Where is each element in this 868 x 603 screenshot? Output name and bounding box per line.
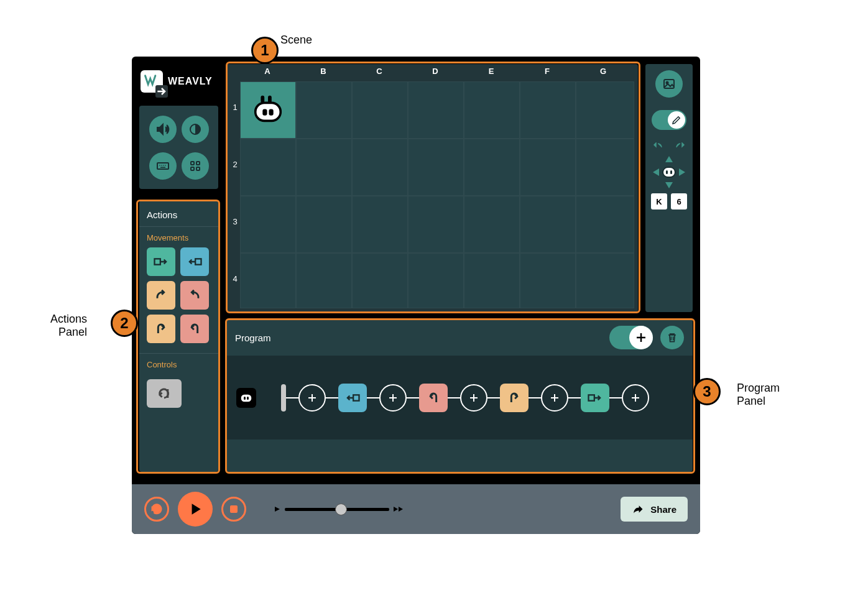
slow-icon bbox=[274, 505, 281, 513]
grid-cell[interactable] bbox=[408, 139, 464, 196]
background-button[interactable] bbox=[655, 70, 683, 98]
svg-rect-28 bbox=[230, 505, 238, 513]
coord-row-input[interactable]: 6 bbox=[671, 193, 687, 209]
grid-cell[interactable] bbox=[240, 196, 296, 253]
slider-thumb[interactable] bbox=[335, 504, 347, 515]
movements-grid bbox=[139, 247, 218, 349]
contrast-button[interactable] bbox=[182, 116, 209, 143]
svg-rect-13 bbox=[256, 103, 281, 121]
grid-cell[interactable] bbox=[520, 253, 576, 308]
col-C: C bbox=[352, 67, 407, 76]
add-mode-toggle[interactable] bbox=[609, 326, 653, 349]
grid-cell[interactable] bbox=[464, 139, 520, 196]
grid-cell[interactable] bbox=[464, 81, 520, 139]
grid-cell[interactable] bbox=[464, 253, 520, 308]
callout-3-text: 3 bbox=[703, 383, 711, 400]
speed-slider[interactable] bbox=[274, 505, 404, 513]
insert-slot[interactable] bbox=[541, 384, 568, 412]
grid-button[interactable] bbox=[182, 152, 209, 180]
col-F: F bbox=[520, 67, 575, 76]
step-backward[interactable] bbox=[338, 384, 367, 412]
svg-point-2 bbox=[159, 165, 160, 166]
redo-icon[interactable] bbox=[675, 142, 686, 151]
grid-cell[interactable] bbox=[240, 139, 296, 196]
grid-cell[interactable] bbox=[352, 196, 408, 253]
stop-button[interactable] bbox=[221, 497, 246, 522]
grid-cell[interactable] bbox=[576, 253, 634, 308]
grid-cell[interactable] bbox=[240, 253, 296, 308]
svg-rect-9 bbox=[191, 167, 194, 170]
grid-cell[interactable] bbox=[296, 196, 352, 253]
svg-rect-17 bbox=[268, 96, 272, 103]
grid-cell[interactable] bbox=[520, 139, 576, 196]
slider-track[interactable] bbox=[285, 508, 389, 511]
coord-col-input[interactable]: K bbox=[651, 193, 667, 209]
refresh-button[interactable] bbox=[144, 497, 169, 522]
step-turn-right[interactable] bbox=[419, 384, 448, 412]
grid-cell[interactable] bbox=[576, 81, 634, 139]
share-icon bbox=[632, 503, 644, 515]
turn-right-90-tile[interactable] bbox=[180, 315, 209, 343]
actions-title: Actions bbox=[139, 207, 218, 227]
annotation-actions-l2: Panel bbox=[50, 326, 87, 339]
brand-name: WEAVLY bbox=[168, 76, 213, 87]
row-3: 3 bbox=[230, 217, 240, 226]
annotation-scene-label: Scene bbox=[280, 34, 312, 47]
topbar: WEAVLY bbox=[132, 57, 222, 106]
svg-rect-7 bbox=[191, 162, 194, 165]
dpad[interactable] bbox=[650, 154, 688, 191]
svg-rect-15 bbox=[269, 109, 273, 116]
robot-cell-A1[interactable] bbox=[240, 81, 296, 139]
grid-cell[interactable] bbox=[296, 139, 352, 196]
play-button[interactable] bbox=[178, 492, 213, 527]
move-backward-tile[interactable] bbox=[180, 247, 209, 276]
keyboard-button[interactable] bbox=[149, 152, 177, 180]
col-D: D bbox=[408, 67, 463, 76]
grid-cell[interactable] bbox=[352, 81, 408, 139]
app-window: WEAVLY Actions Movements Controls A B C … bbox=[132, 57, 700, 534]
grid-cell[interactable] bbox=[296, 253, 352, 308]
grid-cell[interactable] bbox=[520, 81, 576, 139]
step-turn-left[interactable] bbox=[500, 384, 529, 412]
controls-label: Controls bbox=[139, 354, 218, 374]
share-button[interactable]: Share bbox=[621, 497, 688, 522]
grid-cell[interactable] bbox=[352, 139, 408, 196]
undo-icon[interactable] bbox=[652, 142, 663, 151]
add-button[interactable] bbox=[629, 326, 653, 349]
grid-cell[interactable] bbox=[408, 81, 464, 139]
insert-slot[interactable] bbox=[460, 384, 487, 412]
grid-cell[interactable] bbox=[408, 196, 464, 253]
audio-button[interactable] bbox=[149, 116, 177, 143]
insert-slot[interactable] bbox=[379, 384, 407, 412]
step-forward[interactable] bbox=[581, 384, 609, 412]
scene-grid[interactable] bbox=[240, 81, 634, 308]
row-1: 1 bbox=[230, 103, 240, 112]
grid-cell[interactable] bbox=[464, 196, 520, 253]
turn-left-90-tile[interactable] bbox=[147, 315, 175, 343]
grid-cell[interactable] bbox=[576, 139, 634, 196]
sequence-start-marker bbox=[281, 384, 286, 412]
svg-rect-12 bbox=[195, 259, 201, 264]
callout-1: 1 bbox=[251, 37, 279, 64]
grid-cell[interactable] bbox=[520, 196, 576, 253]
insert-slot[interactable] bbox=[622, 384, 649, 412]
grid-cell[interactable] bbox=[296, 81, 352, 139]
svg-rect-8 bbox=[196, 162, 200, 165]
callout-3: 3 bbox=[693, 378, 721, 405]
pen-toggle[interactable] bbox=[652, 110, 686, 130]
actions-panel: Actions Movements Controls bbox=[139, 201, 218, 472]
loop-tile[interactable] bbox=[147, 379, 182, 408]
grid-cell[interactable] bbox=[408, 253, 464, 308]
svg-rect-21 bbox=[666, 170, 668, 174]
grid-cell[interactable] bbox=[576, 196, 634, 253]
grid-cell[interactable] bbox=[352, 253, 408, 308]
move-forward-tile[interactable] bbox=[147, 247, 175, 276]
svg-point-4 bbox=[163, 165, 164, 166]
svg-rect-23 bbox=[241, 394, 252, 402]
insert-slot[interactable] bbox=[298, 384, 326, 412]
delete-button[interactable] bbox=[660, 326, 684, 349]
turn-left-45-tile[interactable] bbox=[147, 281, 175, 310]
program-title: Program bbox=[235, 333, 271, 343]
turn-right-45-tile[interactable] bbox=[180, 281, 209, 310]
svg-rect-26 bbox=[353, 395, 359, 400]
